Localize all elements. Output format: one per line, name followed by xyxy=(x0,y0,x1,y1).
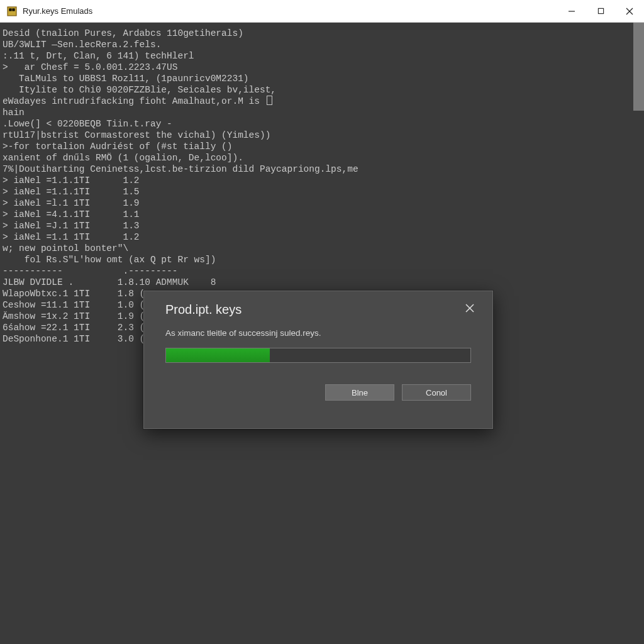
terminal-line: TaLMuls to UBBS1 Rozl11, (1paunricv0M223… xyxy=(3,73,644,84)
svg-rect-0 xyxy=(8,7,16,16)
svg-rect-4 xyxy=(598,8,603,13)
terminal-line: fol Rs.S"L'how omt (ax Q pt Rr ws]) xyxy=(3,254,644,265)
terminal-line: xanient of dnűls RMÖ (1 (ogalion, De,lco… xyxy=(3,152,644,164)
close-button[interactable] xyxy=(615,0,644,23)
svg-rect-2 xyxy=(13,9,14,11)
dialog-message: As ximanc tleitle of successinj suled.re… xyxy=(144,322,492,345)
scrollbar-thumb[interactable] xyxy=(633,23,644,111)
svg-rect-1 xyxy=(9,9,11,11)
app-icon xyxy=(6,6,18,17)
dialog-header: Prod.ipt. keys xyxy=(144,291,492,322)
terminal-line: > iaNel =1.1.1TI 1.2 xyxy=(3,175,644,186)
vertical-scrollbar[interactable] xyxy=(633,23,644,111)
dialog-buttons: Blne Conol xyxy=(144,363,492,401)
terminal-line: ----------- .--------- xyxy=(3,265,644,277)
terminal-line: > iaNel =4.1.1TI 1.1 xyxy=(3,209,644,220)
terminal-line: :.11 t, Drt, Clan, 6 141) techHlerl xyxy=(3,50,644,62)
terminal-line: > iaNel =1.1.1TI 1.5 xyxy=(3,186,644,197)
minimize-button[interactable] xyxy=(557,0,586,23)
progress-bar xyxy=(165,348,471,363)
progress-bar-fill xyxy=(166,348,270,362)
dialog-primary-button[interactable]: Blne xyxy=(325,384,394,401)
maximize-button[interactable] xyxy=(586,0,615,23)
terminal-line: > iaNel =1.1 1TI 1.2 xyxy=(3,231,644,243)
terminal-line: .Lowe(] < 0220BEQB Tiin.t.ray - xyxy=(3,118,644,130)
terminal-line: Itylite to Chi0 9020FZZBlie, Seicales bv… xyxy=(3,84,644,96)
terminal-line: UB/3WLIT —Sen.lecRera.2.fels. xyxy=(3,39,644,50)
dialog-secondary-button[interactable]: Conol xyxy=(402,384,471,401)
dialog-title: Prod.ipt. keys xyxy=(165,303,242,317)
terminal-line: > iaNel =l.1 1TI 1.9 xyxy=(3,197,644,209)
terminal-line: JLBW DVIDLE . 1.8.10 ADMMUK 8 xyxy=(3,277,644,288)
terminal-line: rtUl17|bstrist Cormastorest the vichal) … xyxy=(3,130,644,141)
titlebar: Ryur.keys Emulads xyxy=(0,0,644,23)
terminal-line: > ar Chesf = 5.0.001.2223.47US xyxy=(3,62,644,73)
terminal-line: 7%|Doutiharting Ceninetss,lcst.be-tirzio… xyxy=(3,164,644,175)
app-window: Ryur.keys Emulads Desid (tnalion Pures, … xyxy=(0,0,644,644)
terminal-cursor xyxy=(267,96,272,105)
terminal-line: hain xyxy=(3,107,644,118)
window-title: Ryur.keys Emulads xyxy=(23,6,92,16)
terminal-line: eWadayes intrudrifacking fioht Amalhaut,… xyxy=(3,96,644,107)
terminal-line: > iaNel =J.1 1TI 1.3 xyxy=(3,220,644,231)
dialog-close-button[interactable] xyxy=(461,299,479,317)
terminal-line: Desid (tnalion Pures, Ardabcs 110getiher… xyxy=(3,28,644,39)
terminal-line: w; new pointol bonter"\ xyxy=(3,243,644,254)
progress-dialog: Prod.ipt. keys As ximanc tleitle of succ… xyxy=(143,291,493,429)
terminal-line: >-for tortalion Audriést of (#st tially … xyxy=(3,141,644,152)
